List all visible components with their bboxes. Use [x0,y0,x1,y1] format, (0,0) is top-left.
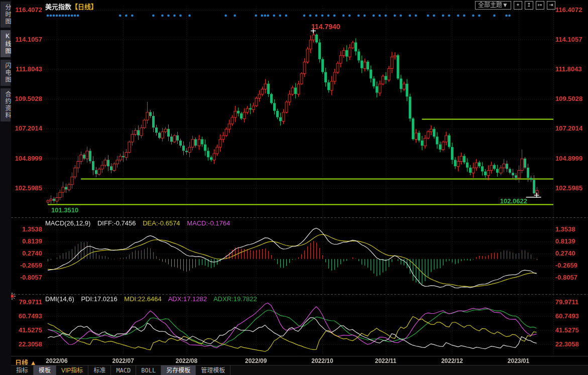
y-axis-label: 111.8043 [8,65,42,73]
bottom-tab-6[interactable]: 另存模板 [161,365,196,375]
y-axis-label: 107.2014 [8,124,42,132]
sidebar-item-3[interactable]: 合约资料 [1,88,11,121]
bottom-tab-3[interactable]: 标准 [88,365,111,375]
sidebar-item-0[interactable]: 分时图 [1,2,11,28]
bottom-tab-4[interactable]: MACD [111,365,136,375]
chart-type-sidebar: 分时图K线图闪电图合约资料 [0,0,11,375]
y-axis-label: 109.5028 [555,95,582,102]
bottom-tab-7[interactable]: 管理模板 [196,365,230,375]
bottom-tab-1[interactable]: 模板 [34,365,56,375]
dmi-adx-value: ADX:17.1282 [168,295,207,303]
y-axis-label: 104.8999 [8,155,42,162]
theme-dropdown[interactable]: 全部主题▼ [475,1,511,10]
period-tag: 【日线】 [71,3,97,11]
pan-chart-icon[interactable]: + [514,1,522,10]
bottom-tab-0[interactable]: 指标 [11,365,34,375]
y-axis-label: -0.8057 [8,274,42,281]
y-axis-label: 1.3538 [555,225,575,233]
y-axis-label: -0.2659 [8,262,42,269]
dmi-indicator-header: DMI(14,6) PDI:17.0216 MDI:22.6464 ADX:17… [45,295,262,303]
y-axis-label: 114.1057 [555,36,582,43]
compress-axis-icon[interactable]: ↥ [525,1,533,10]
dmi-params: DMI(14,6) [45,295,74,303]
topbar-controls: 全部主题▼ +↥↦⇥ [475,1,555,10]
dmi-mdi-value: MDI:22.6464 [124,295,161,303]
x-axis-month-label: 2022/10 [307,357,337,364]
y-axis-label: 116.4072 [8,6,42,14]
support-price-label: 101.3510 [51,206,78,214]
dmi-adxr-value: ADXR:19.7822 [213,295,257,303]
macd-diff-value: DIFF:-0.7456 [97,219,136,227]
y-axis-label: 22.3058 [555,340,579,348]
y-axis-label: 107.2014 [555,124,582,132]
bottom-tab-5[interactable]: BOLL [136,365,161,375]
y-axis-label: 60.7493 [8,312,42,320]
y-axis-label: 116.4072 [555,6,582,14]
y-axis-label: 79.9711 [555,298,578,306]
x-axis-month-label: 2022/09 [241,357,271,364]
y-axis-label: 0.8139 [8,237,42,245]
macd-dea-value: DEA:-0.6574 [143,219,180,227]
macd-params: MACD(26,12,9) [45,219,90,227]
macd-indicator-header: MACD(26,12,9) DIFF:-0.7456 DEA:-0.6574 M… [45,219,235,227]
y-axis-label: 0.2740 [555,249,575,257]
sidebar-item-2[interactable]: 闪电图 [1,60,11,86]
y-axis-label: 109.5028 [8,95,42,102]
y-axis-label: 22.3058 [8,340,42,348]
sidebar-item-1[interactable]: K线图 [1,30,11,57]
dmi-pdi-value: PDI:17.0216 [81,295,117,303]
charting-app-window: 分时图K线图闪电图合约资料 美元指数【日线】 全部主题▼ +↥↦⇥ 114.79… [0,0,588,375]
expand-axis-icon[interactable]: ↦ [536,1,544,10]
y-axis-label: 0.8139 [555,237,575,245]
x-axis-month-label: 2022/12 [437,357,467,364]
bottom-tab-2[interactable]: VIP指标 [56,365,88,375]
y-axis-label: 41.5275 [8,326,42,334]
y-axis-label: 104.8999 [555,155,582,162]
y-axis-label: 60.7493 [555,312,579,320]
x-axis-month-label: 2022/11 [371,357,401,364]
y-axis-label: 41.5275 [555,326,579,334]
y-axis-label: 1.3538 [8,225,42,233]
instrument-title: 美元指数【日线】 [45,2,97,11]
x-axis-month-label: 2022/06 [42,357,72,364]
y-axis-label: -0.8057 [555,274,577,281]
y-axis-label: -0.2659 [555,262,577,269]
x-axis-month-label: 2022/08 [171,357,201,364]
shift-right-icon[interactable]: ⇥ [547,1,555,10]
instrument-name: 美元指数 [45,3,71,11]
peak-price-label: 114.7940 [311,23,340,31]
macd-bar-value: MACD:-0.1764 [187,219,230,227]
chevron-down-icon: ▼ [502,2,508,9]
y-axis-label: 114.1057 [8,36,42,43]
bottom-tab-bar: 指标模板VIP指标标准MACDBOLL另存模板管理模板 [11,365,588,375]
y-axis-label: 102.5985 [555,184,582,192]
x-axis-month-label: 2022/07 [108,357,138,364]
chart-canvas[interactable] [0,0,588,375]
y-axis-label: 111.8043 [555,65,582,73]
x-axis-month-label: 2023/01 [504,357,534,364]
y-axis-label: 0.2740 [8,249,42,257]
last-low-price-label: 102.0622 [480,197,527,205]
y-axis-label: 102.5985 [8,184,42,192]
